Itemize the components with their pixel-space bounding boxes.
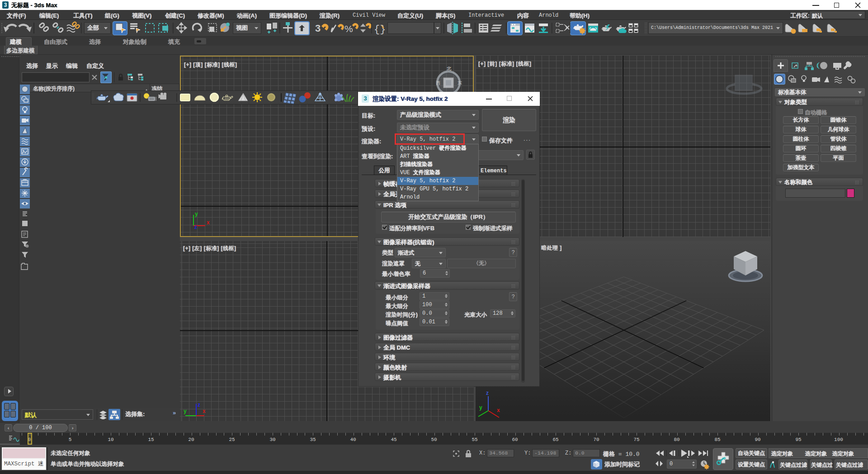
svg-text:y: y [479,404,482,411]
svg-text:东: 东 [458,81,462,85]
svg-text:%: % [344,24,353,34]
svg-text:x: x [203,408,206,414]
svg-text:x: x [207,219,210,226]
svg-text:北: 北 [446,66,452,71]
svg-text:z: z [198,402,200,408]
svg-text:x: x [497,407,500,413]
svg-text:z: z [486,390,489,396]
svg-text:{}: {} [374,24,386,35]
svg-text:y: y [195,211,198,217]
svg-text:y: y [184,408,187,414]
svg-text:z: z [194,224,197,230]
svg-text:3: 3 [315,23,321,34]
svg-text:西: 西 [436,81,440,85]
